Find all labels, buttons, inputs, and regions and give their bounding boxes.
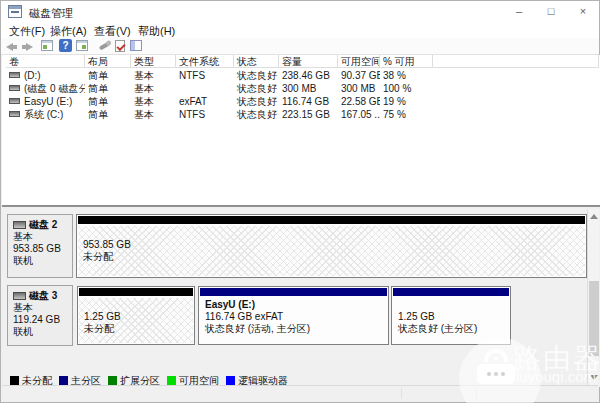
cell-type: 基本 bbox=[131, 69, 176, 82]
partition-status-label: 状态良好 (主分区) bbox=[398, 323, 477, 335]
disk3-name: 磁盘 3 bbox=[13, 290, 72, 302]
scroll-down-icon[interactable] bbox=[590, 375, 598, 380]
cell-pct: 38 % bbox=[380, 69, 433, 82]
cell-type: 基本 bbox=[131, 108, 176, 121]
table-row[interactable]: (D:) 简单 基本 NTFS 状态良好 (... 238.46 GB 90.3… bbox=[2, 69, 600, 82]
volume-icon bbox=[9, 72, 20, 78]
vertical-scrollbar[interactable] bbox=[587, 209, 599, 385]
disk-icon bbox=[13, 221, 26, 229]
back-icon[interactable] bbox=[4, 39, 19, 54]
volume-list-pane: 卷 布局 类型 文件系统 状态 容量 可用空间 % 可用 (D:) 简单 基本 … bbox=[2, 55, 600, 206]
app-icon bbox=[8, 5, 22, 18]
cell-volume: 系统 (C:) bbox=[6, 108, 85, 121]
help-icon[interactable]: ? bbox=[58, 39, 73, 54]
partition-status-label: 未分配 bbox=[84, 323, 114, 335]
disk2-panel[interactable]: 磁盘 2 基本 953.85 GB 联机 bbox=[7, 214, 73, 278]
disk3-status: 联机 bbox=[13, 326, 72, 338]
unallocated-strip bbox=[79, 288, 193, 296]
volume-icon bbox=[9, 111, 20, 117]
action-tool-icon[interactable] bbox=[97, 39, 112, 54]
column-header-volume[interactable]: 卷 bbox=[6, 55, 85, 68]
disk-graph-pane: 磁盘 2 基本 953.85 GB 联机 953.85 GB 未分配 磁盘 3 … bbox=[2, 206, 600, 387]
disk-icon bbox=[13, 292, 26, 300]
legend-swatch bbox=[226, 376, 235, 385]
disk3-type: 基本 bbox=[13, 302, 72, 314]
column-header-layout[interactable]: 布局 bbox=[85, 55, 131, 68]
cell-pct: 100 % bbox=[380, 82, 433, 95]
unallocated-strip bbox=[78, 216, 585, 224]
cell-status: 状态良好 (... bbox=[234, 95, 279, 108]
primary-partition-strip bbox=[200, 288, 387, 296]
cell-free: 167.05 ... bbox=[338, 108, 380, 121]
legend-swatch bbox=[10, 376, 19, 385]
menu-file[interactable]: 文件(F) bbox=[9, 24, 45, 39]
cell-pct: 75 % bbox=[380, 108, 433, 121]
volume-icon bbox=[9, 85, 20, 91]
disk2-size: 953.85 GB bbox=[13, 243, 72, 255]
minimize-button[interactable]: – bbox=[503, 1, 535, 23]
window-title: 磁盘管理 bbox=[29, 6, 73, 21]
partition-size-label: 953.85 GB bbox=[83, 239, 131, 251]
column-header-status[interactable]: 状态 bbox=[234, 55, 279, 68]
cell-status: 状态良好 (... bbox=[234, 69, 279, 82]
column-header-pct[interactable]: % 可用 bbox=[380, 55, 433, 68]
column-header-capacity[interactable]: 容量 bbox=[279, 55, 338, 68]
partition-status-label: 未分配 bbox=[83, 251, 113, 263]
disk2-unallocated-partition[interactable]: 953.85 GB 未分配 bbox=[76, 214, 587, 278]
scrollbar-thumb[interactable] bbox=[589, 281, 599, 357]
statusbar-divider bbox=[401, 388, 402, 399]
partition-size-label: 1.25 GB bbox=[398, 311, 435, 323]
status-bar bbox=[2, 385, 598, 401]
menu-action[interactable]: 操作(A) bbox=[50, 24, 87, 39]
partition-status-label: 状态良好 (活动, 主分区) bbox=[205, 323, 310, 335]
close-button[interactable]: × bbox=[567, 1, 599, 23]
menu-view[interactable]: 查看(V) bbox=[94, 24, 131, 39]
disk3-size: 119.24 GB bbox=[13, 314, 72, 326]
action-pane-icon[interactable] bbox=[75, 39, 90, 54]
cell-layout: 简单 bbox=[85, 95, 131, 108]
unallocated-hatch bbox=[78, 226, 585, 276]
scroll-up-icon[interactable] bbox=[590, 214, 598, 219]
forward-icon[interactable] bbox=[21, 39, 36, 54]
task-check-icon[interactable] bbox=[113, 39, 128, 54]
cell-capacity: 223.15 GB bbox=[279, 108, 338, 121]
cell-free: 22.58 GB bbox=[338, 95, 380, 108]
column-header-free[interactable]: 可用空间 bbox=[338, 55, 380, 68]
console-tree-icon[interactable] bbox=[40, 39, 55, 54]
statusbar-divider bbox=[476, 388, 477, 399]
disk3-unallocated-partition[interactable]: 1.25 GB 未分配 bbox=[77, 286, 195, 345]
cell-type: 基本 bbox=[131, 82, 176, 95]
cell-fs: NTFS bbox=[176, 69, 234, 82]
column-header-type[interactable]: 类型 bbox=[131, 55, 176, 68]
primary-partition-strip bbox=[393, 288, 509, 296]
title-bar: 磁盘管理 – □ × bbox=[1, 1, 599, 23]
cell-layout: 简单 bbox=[85, 108, 131, 121]
disk-management-window: 磁盘管理 – □ × 文件(F) 操作(A) 查看(V) 帮助(H) ? 卷 布… bbox=[0, 0, 600, 403]
table-row[interactable]: EasyU (E:) 简单 基本 exFAT 状态良好 (... 116.74 … bbox=[2, 95, 600, 108]
table-row[interactable]: (磁盘 0 磁盘分区 1) 简单 基本 状态良好 (... 300 MB 300… bbox=[2, 82, 600, 95]
column-header-fs[interactable]: 文件系统 bbox=[176, 55, 234, 68]
cell-layout: 简单 bbox=[85, 82, 131, 95]
cell-pct: 19 % bbox=[380, 95, 433, 108]
menu-help[interactable]: 帮助(H) bbox=[138, 24, 175, 39]
legend-swatch bbox=[108, 376, 117, 385]
cell-free: 300 MB bbox=[338, 82, 380, 95]
cell-type: 基本 bbox=[131, 95, 176, 108]
properties-icon[interactable] bbox=[129, 39, 144, 54]
table-row[interactable]: 系统 (C:) 简单 基本 NTFS 状态良好 (... 223.15 GB 1… bbox=[2, 108, 600, 121]
cell-volume: EasyU (E:) bbox=[6, 95, 85, 108]
legend-swatch bbox=[167, 376, 176, 385]
column-header-blank bbox=[433, 55, 599, 68]
cell-capacity: 116.74 GB bbox=[279, 95, 338, 108]
cell-layout: 简单 bbox=[85, 69, 131, 82]
disk3-easyu-partition[interactable]: EasyU (E:) 116.74 GB exFAT 状态良好 (活动, 主分区… bbox=[198, 286, 389, 345]
cell-fs: exFAT bbox=[176, 95, 234, 108]
cell-volume: (D:) bbox=[6, 69, 85, 82]
menu-bar: 文件(F) 操作(A) 查看(V) 帮助(H) bbox=[1, 23, 599, 38]
disk3-primary-partition[interactable]: 1.25 GB 状态良好 (主分区) bbox=[391, 286, 511, 345]
disk2-status: 联机 bbox=[13, 255, 72, 267]
cell-fs bbox=[176, 82, 234, 95]
disk3-panel[interactable]: 磁盘 3 基本 119.24 GB 联机 bbox=[7, 285, 73, 346]
maximize-button[interactable]: □ bbox=[535, 1, 567, 23]
disk2-type: 基本 bbox=[13, 231, 72, 243]
